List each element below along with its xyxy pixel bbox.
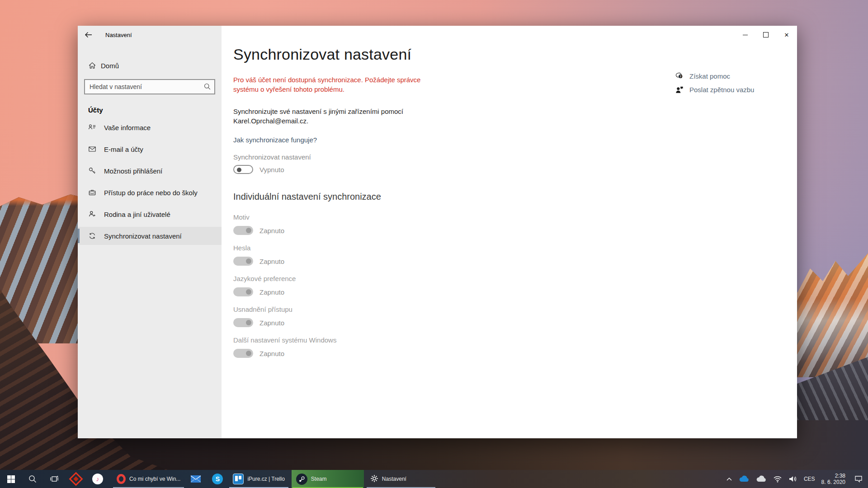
- theme-sync-toggle[interactable]: [233, 226, 253, 235]
- toggle-label: Hesla: [233, 244, 797, 253]
- home-icon: [88, 61, 96, 70]
- taskbar-search-button[interactable]: [22, 470, 43, 488]
- volume-icon[interactable]: [788, 475, 797, 483]
- settings-window: Nastavení Domů Účty Vaše informace: [78, 26, 797, 438]
- clock-date: 8. 6. 2020: [821, 479, 845, 485]
- sync-master-toggle[interactable]: [233, 165, 253, 174]
- titlebar-left: Nastavení: [78, 26, 222, 44]
- search-icon[interactable]: [203, 83, 211, 92]
- back-button[interactable]: [78, 26, 99, 44]
- help-links: ? Získat pomoc Poslat zpětnou vazbu: [675, 69, 754, 96]
- sync-icon: [88, 232, 96, 240]
- opera-window-title: Co mi chybí ve Win...: [129, 476, 180, 482]
- mail-app-button[interactable]: [185, 470, 207, 488]
- sidebar-item-pristup-prace-skola[interactable]: Přístup do práce nebo do školy: [78, 183, 222, 202]
- steam-window-title: Steam: [311, 476, 327, 482]
- taskbar-window-steam[interactable]: Steam: [292, 470, 364, 488]
- task-view-button[interactable]: [43, 470, 65, 488]
- onedrive-cloud-icon[interactable]: [739, 475, 750, 483]
- language-sync-toggle[interactable]: [233, 287, 253, 296]
- passwords-sync-toggle[interactable]: [233, 257, 253, 266]
- clock[interactable]: 2:38 8. 6. 2020: [821, 473, 845, 485]
- close-button[interactable]: ✕: [776, 26, 797, 44]
- settings-gear-icon: [370, 474, 378, 484]
- sidebar-item-moznosti-prihlaseni[interactable]: Možnosti přihlášení: [78, 162, 222, 180]
- itunes-icon: ♪: [92, 474, 103, 484]
- task-view-icon: [50, 474, 59, 483]
- send-feedback-link[interactable]: Poslat zpětnou vazbu: [675, 83, 754, 96]
- windows-start-icon: [7, 475, 15, 483]
- action-center-icon[interactable]: [854, 475, 863, 483]
- back-arrow-icon: [85, 32, 92, 38]
- toggle-state: Zapnuto: [259, 227, 284, 235]
- toggle-group-dalsi-nastaveni: Další nastavení systému Windows Zapnuto: [233, 336, 797, 358]
- mail-app-icon: [190, 474, 201, 483]
- search-icon: [28, 474, 37, 483]
- send-feedback-label: Poslat zpětnou vazbu: [689, 86, 754, 94]
- onedrive-personal-cloud-icon[interactable]: [756, 475, 767, 483]
- maximize-button[interactable]: [755, 26, 776, 44]
- sidebar-item-label: E-mail a účty: [104, 145, 143, 153]
- language-indicator[interactable]: CES: [804, 476, 815, 482]
- opera-icon: [117, 474, 126, 484]
- sidebar-item-rodina-uzivatele[interactable]: Rodina a jiní uživatelé: [78, 205, 222, 223]
- trello-icon: [233, 474, 244, 484]
- toggle-group-hesla: Hesla Zapnuto: [233, 244, 797, 266]
- toggle-state: Zapnuto: [259, 350, 284, 357]
- toggle-state: Zapnuto: [259, 319, 284, 327]
- other-settings-sync-toggle[interactable]: [233, 349, 253, 358]
- tray-chevron-up-icon[interactable]: [726, 477, 732, 481]
- svg-text:?: ?: [679, 74, 681, 78]
- system-tray: CES 2:38 8. 6. 2020: [726, 470, 868, 488]
- close-icon: ✕: [784, 32, 789, 38]
- key-icon: [88, 167, 96, 175]
- how-sync-works-link[interactable]: Jak synchronizace funguje?: [233, 136, 317, 145]
- feedback-person-icon: [675, 85, 684, 94]
- search-input[interactable]: [84, 79, 215, 94]
- accessibility-sync-toggle[interactable]: [233, 318, 253, 327]
- minimize-button[interactable]: [735, 26, 755, 44]
- mail-icon: [88, 145, 96, 153]
- minimize-icon: [743, 35, 748, 35]
- taskbar-window-opera[interactable]: Co mi chybí ve Win...: [112, 470, 185, 488]
- toggle-group-usnadneni-pristupu: Usnadnění přístupu Zapnuto: [233, 305, 797, 328]
- sidebar: Nastavení Domů Účty Vaše informace: [78, 26, 222, 438]
- toggle-label: Další nastavení systému Windows: [233, 336, 797, 345]
- master-toggle-state: Vypnuto: [259, 166, 284, 174]
- taskbar-window-trello[interactable]: iPure.cz | Trello: [228, 470, 289, 488]
- start-button[interactable]: [0, 470, 22, 488]
- individual-toggles: Motiv Zapnuto Hesla Zapnuto Jazykové pre…: [233, 213, 797, 358]
- sidebar-item-synchronizovat-nastaveni[interactable]: Synchronizovat nastavení: [78, 227, 222, 245]
- sync-description: Synchronizujte své nastavení s jinými za…: [233, 107, 441, 126]
- settings-search: [84, 79, 215, 94]
- individual-sync-heading: Individuální nastavení synchronizace: [233, 192, 797, 202]
- settings-window-title: Nastavení: [382, 476, 406, 482]
- toggle-label: Motiv: [233, 213, 797, 222]
- sidebar-item-label: Možnosti přihlášení: [104, 167, 162, 175]
- window-title: Nastavení: [105, 32, 132, 38]
- help-chat-icon: ?: [675, 72, 684, 80]
- hp-omen-icon: [69, 472, 83, 486]
- toggle-label: Jazykové preference: [233, 274, 797, 283]
- taskbar-window-settings[interactable]: Nastavení: [366, 470, 436, 488]
- hp-omen-button[interactable]: [65, 470, 87, 488]
- toggle-label: Usnadnění přístupu: [233, 305, 797, 314]
- toggle-state: Zapnuto: [259, 288, 284, 296]
- get-help-label: Získat pomoc: [689, 72, 730, 80]
- trello-window-title: iPure.cz | Trello: [247, 476, 284, 482]
- toggle-group-jazykove-preference: Jazykové preference Zapnuto: [233, 274, 797, 297]
- get-help-link[interactable]: ? Získat pomoc: [675, 69, 754, 83]
- wifi-icon[interactable]: [773, 475, 782, 483]
- sidebar-item-home[interactable]: Domů: [88, 57, 222, 74]
- skype-icon: S: [212, 474, 223, 484]
- person-add-icon: [88, 210, 96, 218]
- page-title: Synchronizovat nastavení: [233, 46, 797, 63]
- sidebar-item-label: Synchronizovat nastavení: [104, 232, 182, 240]
- master-toggle-row: Vypnuto: [233, 164, 797, 174]
- sidebar-item-vase-informace[interactable]: Vaše informace: [78, 118, 222, 136]
- itunes-button[interactable]: ♪: [87, 470, 108, 488]
- sidebar-home-label: Domů: [101, 62, 119, 70]
- skype-button[interactable]: S: [207, 470, 228, 488]
- maximize-icon: [763, 32, 769, 38]
- sidebar-item-email-a-ucty[interactable]: E-mail a účty: [78, 140, 222, 158]
